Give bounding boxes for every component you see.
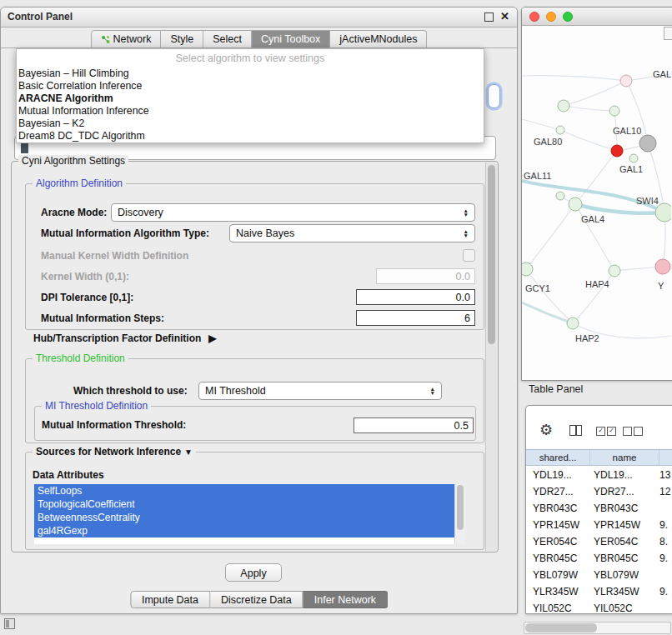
network-node[interactable] xyxy=(558,100,569,112)
network-edge[interactable] xyxy=(522,119,560,130)
which-threshold-select[interactable]: MI Threshold ▲▼ xyxy=(198,382,442,400)
network-node[interactable] xyxy=(556,192,564,200)
network-edge[interactable] xyxy=(522,76,626,81)
hub-section-toggle[interactable]: Hub/Transcription Factor Definition ▶ xyxy=(33,332,217,344)
collapsed-panel-icon[interactable] xyxy=(4,618,15,629)
dropdown-option[interactable]: Mutual Information Inference xyxy=(17,105,484,118)
zoom-traffic-light[interactable] xyxy=(563,12,573,22)
network-edge[interactable] xyxy=(522,302,573,323)
network-node[interactable] xyxy=(620,75,632,87)
network-node[interactable] xyxy=(522,262,533,276)
unchecked-box-icon xyxy=(623,427,632,436)
settings-scrollbar[interactable] xyxy=(485,162,497,551)
tab-style[interactable]: Style xyxy=(161,30,203,48)
mi-type-select[interactable]: Naive Bayes ▲▼ xyxy=(229,224,475,242)
manual-kernel-checkbox[interactable] xyxy=(463,249,475,262)
network-node-label: GAL4 xyxy=(581,214,604,224)
which-threshold-value: MI Threshold xyxy=(205,385,266,397)
network-canvas-svg[interactable]: GALGAL80GAL10GAL11GAL1SWI4GAL4GCY1HAP4YH… xyxy=(522,26,671,379)
table-cell: YBR043C xyxy=(590,500,659,517)
algorithm-definition-group: Algorithm Definition Aracne Mode: Discov… xyxy=(25,183,484,330)
columns-icon[interactable] xyxy=(569,425,582,436)
attributes-scrollbar[interactable] xyxy=(454,484,465,544)
data-attributes-list[interactable]: SelfLoopsTopologicalCoefficientBetweenne… xyxy=(34,484,465,544)
tab-select[interactable]: Select xyxy=(203,30,252,48)
column-header-extra[interactable] xyxy=(659,450,672,465)
network-vertical-scrollbar[interactable] xyxy=(664,27,672,40)
attribute-list-item[interactable]: BetweennessCentrality xyxy=(34,511,455,524)
attribute-list-item[interactable]: SelfLoops xyxy=(34,484,455,498)
mi-type-label: Mutual Information Algorithm Type: xyxy=(41,228,209,239)
table-row[interactable]: YER054CYER054C8. xyxy=(526,533,672,550)
select-all-icon[interactable]: ✓✓ xyxy=(596,427,616,436)
scrollbar-thumb[interactable] xyxy=(488,165,495,344)
network-node[interactable] xyxy=(655,203,671,222)
scrollbar-thumb[interactable] xyxy=(457,485,464,530)
network-titlebar[interactable] xyxy=(522,8,672,26)
dropdown-option-selected[interactable]: ARACNE Algorithm xyxy=(17,92,484,105)
tab-infer-network[interactable]: Infer Network xyxy=(303,591,388,608)
dpi-tolerance-input[interactable]: 0.0 xyxy=(356,289,475,305)
tab-jactivemnodules[interactable]: jActiveMNodules xyxy=(330,30,427,48)
table-row[interactable]: YLR345WYLR345W9. xyxy=(526,583,672,600)
kernel-width-input[interactable]: 0.0 xyxy=(376,268,475,284)
network-edge[interactable] xyxy=(560,130,617,151)
network-edge[interactable] xyxy=(564,81,626,106)
network-node[interactable] xyxy=(556,126,564,134)
table-row[interactable]: YDR27...YDR27...12 xyxy=(526,483,672,500)
deselect-all-icon[interactable] xyxy=(623,427,643,436)
tab-impute-data[interactable]: Impute Data xyxy=(130,591,210,608)
network-node-label: GAL80 xyxy=(534,137,562,147)
apply-button[interactable]: Apply xyxy=(225,563,282,582)
float-window-icon[interactable] xyxy=(484,12,494,22)
table-row[interactable]: YPR145WYPR145W9. xyxy=(526,517,672,533)
close-icon[interactable]: ✕ xyxy=(500,12,509,22)
dropdown-option[interactable]: Dream8 DC_TDC Algorithm xyxy=(17,130,484,142)
table-cell: YIL052C xyxy=(526,600,590,614)
mi-threshold-input[interactable]: 0.5 xyxy=(354,418,474,433)
network-canvas[interactable]: GALGAL80GAL10GAL11GAL1SWI4GAL4GCY1HAP4YH… xyxy=(522,26,672,380)
network-node[interactable] xyxy=(609,265,620,277)
network-node[interactable] xyxy=(611,145,623,157)
network-node[interactable] xyxy=(629,154,638,162)
table-row[interactable]: YIL052CYIL052C xyxy=(526,600,672,614)
minimize-traffic-light[interactable] xyxy=(546,12,556,22)
checked-box-icon: ✓ xyxy=(596,427,605,436)
table-row[interactable]: YBR043CYBR043C xyxy=(526,500,672,517)
mi-steps-input[interactable]: 6 xyxy=(356,310,475,326)
network-node[interactable] xyxy=(639,135,656,152)
mi-threshold-label: Mutual Information Threshold: xyxy=(42,419,186,431)
network-edge[interactable] xyxy=(564,106,614,111)
network-edge[interactable] xyxy=(526,204,575,269)
gear-icon[interactable]: ⚙ xyxy=(539,421,553,439)
horizontal-scrollbar[interactable] xyxy=(524,622,671,634)
network-node[interactable] xyxy=(569,198,582,211)
table-row[interactable]: YDL19...YDL19...13 xyxy=(526,467,672,483)
scrollbar-thumb[interactable] xyxy=(525,623,597,632)
algorithm-aux-button[interactable] xyxy=(488,84,500,108)
tab-network[interactable]: Network xyxy=(91,30,162,48)
sources-group: Sources for Network Inference▼ Data Attr… xyxy=(25,452,484,550)
tab-cyni-toolbox[interactable]: Cyni Toolbox xyxy=(252,30,330,48)
bottom-tabs: Impute Data Discretize Data Infer Networ… xyxy=(130,591,388,608)
column-header-name[interactable]: name xyxy=(590,450,659,465)
table-cell: 9. xyxy=(659,517,672,533)
table-row[interactable]: YBL079WYBL079W xyxy=(526,567,672,583)
table-cell: YBR045C xyxy=(526,550,590,567)
attribute-list-item[interactable]: gal4RGexp xyxy=(34,524,455,538)
dropdown-option[interactable]: Bayesian – K2 xyxy=(17,118,484,130)
attribute-list-item[interactable]: TopologicalCoefficient xyxy=(34,498,455,511)
network-node[interactable] xyxy=(609,106,619,116)
unchecked-box-icon xyxy=(634,427,643,436)
dropdown-option[interactable]: Basic Correlation Inference xyxy=(17,80,484,92)
network-node[interactable] xyxy=(655,259,670,274)
network-node[interactable] xyxy=(567,318,579,329)
tab-discretize-data[interactable]: Discretize Data xyxy=(210,591,303,608)
aracne-mode-select[interactable]: Discovery ▲▼ xyxy=(111,203,475,222)
close-traffic-light[interactable] xyxy=(529,12,539,22)
sources-title[interactable]: Sources for Network Inference▼ xyxy=(33,446,196,458)
control-panel-titlebar[interactable]: Control Panel ✕ xyxy=(1,8,517,28)
dropdown-option[interactable]: Bayesian – Hill Climbing xyxy=(17,68,484,80)
column-header-shared[interactable]: shared... xyxy=(526,450,590,465)
table-row[interactable]: YBR045CYBR045C9. xyxy=(526,550,672,567)
